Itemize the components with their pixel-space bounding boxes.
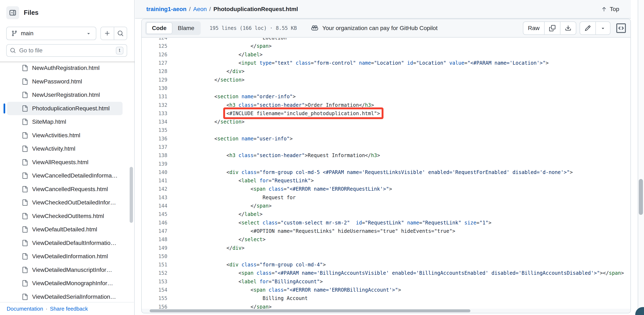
line-number[interactable]: 145 [142, 211, 167, 217]
code-line: 127 <input type="text" class="form-contr… [142, 59, 630, 67]
plus-icon [104, 30, 110, 37]
code-text: <h3 class="section-header">Order Informa… [190, 102, 374, 108]
branch-selector[interactable]: main [6, 27, 96, 40]
file-row[interactable]: ViewDetailedDefaultInformatio… [0, 236, 135, 250]
edit-file-button[interactable] [580, 22, 596, 35]
raw-button[interactable]: Raw [523, 22, 544, 35]
code-line: 133 <#INCLUDE filename="include_photodup… [142, 109, 630, 118]
code-text: Billing Account [190, 295, 308, 301]
symbols-panel-button[interactable] [616, 23, 626, 33]
line-number[interactable]: 138 [142, 152, 167, 158]
download-raw-button[interactable] [560, 22, 576, 35]
line-number[interactable]: 134 [142, 119, 167, 125]
breadcrumb-repo-link[interactable]: training1-aeon [146, 6, 186, 13]
line-number[interactable]: 141 [142, 178, 167, 184]
line-number[interactable]: 130 [142, 85, 167, 91]
line-number[interactable]: 135 [142, 127, 167, 133]
line-number[interactable]: 148 [142, 237, 167, 242]
line-number[interactable]: 125 [142, 43, 167, 49]
code-text: <#OPTION name="RequestLinks" hideUsernam… [190, 228, 456, 234]
file-row[interactable]: ViewCancelledRequests.html [0, 183, 135, 196]
file-row[interactable]: NewUserRegistration.html [0, 88, 135, 102]
file-row[interactable]: ViewDetailedMonographInfor… [0, 277, 135, 290]
page-scrollbar-thumb[interactable] [639, 179, 643, 215]
line-number[interactable]: 126 [142, 52, 167, 58]
file-row[interactable]: ViewDetailedManuscriptInfor… [0, 263, 135, 277]
copy-raw-button[interactable] [544, 22, 560, 35]
code-text: </select> [190, 237, 266, 242]
code-line: 124 Location [142, 38, 630, 42]
file-row[interactable]: ViewDetailedSerialInformation… [0, 290, 135, 302]
go-to-file-input[interactable] [19, 47, 113, 54]
go-to-file-box[interactable]: t [6, 44, 127, 57]
line-number[interactable]: 133 [142, 111, 167, 116]
sidebar-scrollbar-thumb[interactable] [130, 167, 133, 223]
line-number[interactable]: 149 [142, 245, 167, 251]
code-line: 152 <span class="<#PARAM name='BillingAc… [142, 269, 630, 277]
code-text: <input type="text" class="form-control" … [190, 60, 549, 66]
tab-code[interactable]: Code [146, 22, 172, 34]
file-row[interactable]: NewPassword.html [0, 75, 135, 89]
line-number[interactable]: 131 [142, 94, 167, 100]
collapse-sidebar-button[interactable] [6, 6, 19, 19]
file-row[interactable]: ViewCheckedOutDetailedInfor… [0, 196, 135, 209]
line-number[interactable]: 150 [142, 253, 167, 259]
line-number[interactable]: 142 [142, 186, 167, 192]
right-gutter [631, 0, 638, 315]
documentation-link[interactable]: Documentation [7, 305, 43, 312]
line-number[interactable]: 137 [142, 144, 167, 150]
breadcrumb-separator: / [189, 6, 191, 13]
line-number[interactable]: 139 [142, 161, 167, 167]
line-number[interactable]: 144 [142, 203, 167, 209]
line-number[interactable]: 147 [142, 228, 167, 234]
breadcrumb-folder-link[interactable]: Aeon [193, 6, 207, 13]
line-number[interactable]: 124 [142, 38, 167, 41]
line-number[interactable]: 128 [142, 68, 167, 74]
file-name: NewUserRegistration.html [32, 92, 100, 98]
line-number[interactable]: 151 [142, 262, 167, 268]
file-row[interactable]: ViewCheckedOutItems.html [0, 209, 135, 223]
code-line: 139 [142, 160, 630, 168]
code-line: 148 </select> [142, 235, 630, 244]
new-file-button[interactable] [101, 27, 114, 40]
tab-blame[interactable]: Blame [172, 22, 200, 34]
share-feedback-link[interactable]: Share feedback [50, 305, 88, 312]
edit-dropdown-button[interactable] [596, 22, 610, 35]
file-row[interactable]: ViewActivity.html [0, 142, 135, 156]
search-this-repo-button[interactable] [114, 27, 127, 40]
line-number[interactable]: 129 [142, 77, 167, 83]
line-number[interactable]: 127 [142, 60, 167, 66]
code-line: 142 <span class="<#ERROR name='ERRORRequ… [142, 185, 630, 193]
code-text: <section name="user-info"> [190, 136, 292, 142]
line-number[interactable]: 146 [142, 220, 167, 226]
code-text: Request for [190, 195, 296, 200]
file-row[interactable]: NewAuthRegistration.html [0, 61, 135, 75]
file-row[interactable]: ViewActivities.html [0, 129, 135, 142]
line-number[interactable]: 143 [142, 195, 167, 200]
file-row[interactable]: ViewCancelledDetailedInforma… [0, 169, 135, 183]
line-number[interactable]: 132 [142, 102, 167, 108]
line-number[interactable]: 155 [142, 295, 167, 301]
file-row[interactable]: ViewDefaultDetailed.html [0, 223, 135, 236]
scroll-to-top-button[interactable]: Top [601, 6, 624, 13]
raw-actions-group: Raw [523, 22, 576, 35]
file-row[interactable]: SiteMap.html [0, 115, 135, 129]
line-number[interactable]: 152 [142, 270, 167, 276]
line-number[interactable]: 136 [142, 136, 167, 142]
file-row[interactable]: ViewAllRequests.html [0, 156, 135, 169]
file-row[interactable]: ViewDetailedInformation.html [0, 250, 135, 263]
line-number[interactable]: 153 [142, 279, 167, 284]
line-number[interactable]: 156 [142, 304, 167, 309]
horizontal-scrollbar-thumb[interactable] [150, 309, 470, 312]
line-number[interactable]: 154 [142, 287, 167, 293]
copilot-banner-text[interactable]: Your organization can pay for GitHub Cop… [322, 25, 438, 32]
code-line: 145 </label> [142, 210, 630, 218]
line-number[interactable]: 140 [142, 169, 167, 175]
code-line: 137 [142, 143, 630, 151]
file-row[interactable]: PhotoduplicationRequest.html [7, 102, 122, 115]
code-line: 143 Request for [142, 193, 630, 202]
file-icon [22, 213, 28, 219]
top-label: Top [610, 6, 619, 13]
file-icon [22, 92, 28, 98]
code-line: 154 <span class="<#ERROR name='ERRORBill… [142, 286, 630, 294]
